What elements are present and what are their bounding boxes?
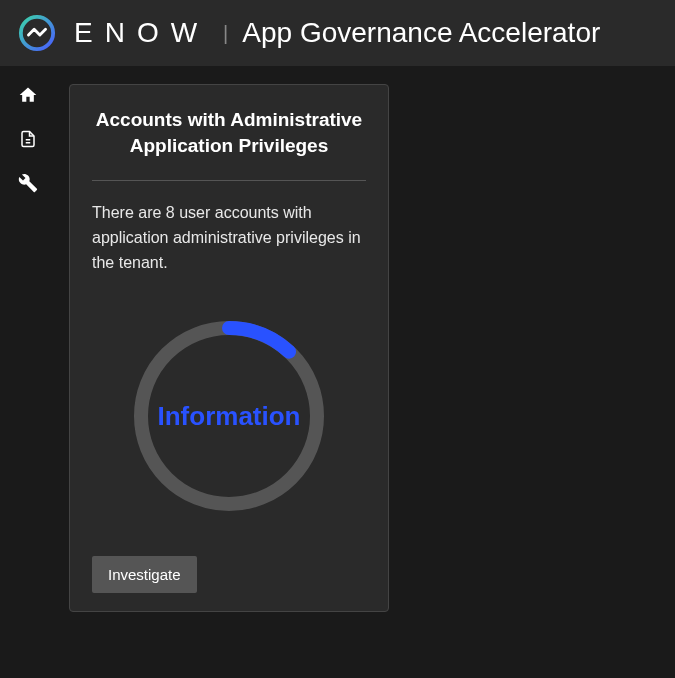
document-icon[interactable] <box>17 128 39 150</box>
brand-name: ENOW <box>74 17 209 49</box>
content-area: Accounts with Administrative Application… <box>55 66 675 678</box>
home-icon[interactable] <box>17 84 39 106</box>
information-gauge: Information <box>129 316 329 516</box>
gauge-label: Information <box>158 400 301 431</box>
card-description: There are 8 user accounts with applicati… <box>92 201 366 275</box>
card-divider <box>92 180 366 181</box>
header: ENOW | App Governance Accelerator <box>0 0 675 66</box>
sidebar <box>0 66 55 678</box>
investigate-button[interactable]: Investigate <box>92 556 197 593</box>
header-separator: | <box>223 22 228 45</box>
main-area: Accounts with Administrative Application… <box>0 66 675 678</box>
gauge-container: Information <box>92 316 366 516</box>
enow-logo <box>18 14 56 52</box>
info-card: Accounts with Administrative Application… <box>69 84 389 612</box>
wrench-icon[interactable] <box>17 172 39 194</box>
card-title: Accounts with Administrative Application… <box>92 107 366 158</box>
app-title: App Governance Accelerator <box>242 17 600 49</box>
